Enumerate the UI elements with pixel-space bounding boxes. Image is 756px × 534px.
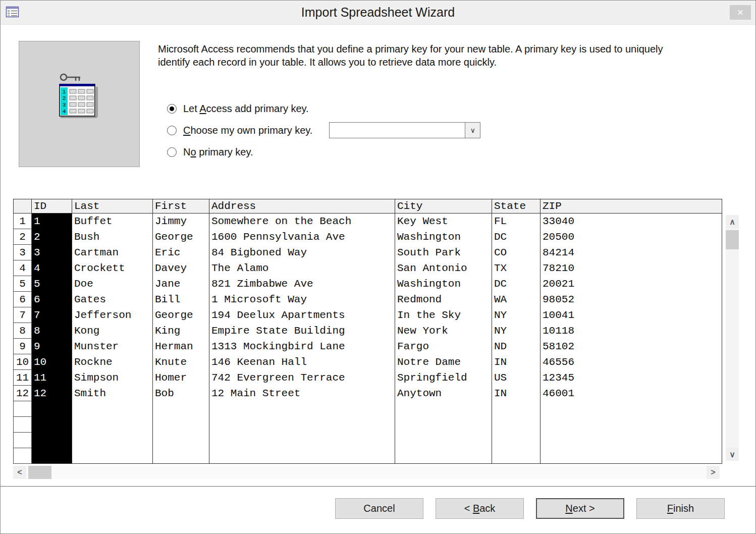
cell-state: TX	[492, 260, 541, 276]
cell-city: In the Sky	[395, 307, 492, 323]
cell-zip: 84214	[541, 245, 722, 260]
cell-last: Gates	[72, 292, 153, 307]
column-header-city[interactable]: City	[395, 199, 492, 213]
column-header-last[interactable]: Last	[72, 199, 153, 213]
cell-id	[32, 433, 72, 448]
cell-state: IN	[492, 354, 541, 370]
close-button[interactable]: ×	[730, 5, 751, 20]
cell-address	[209, 417, 395, 433]
radio-choose-own-key[interactable]	[167, 126, 177, 135]
scroll-left-button[interactable]: <	[13, 466, 26, 479]
svg-text:1: 1	[63, 89, 66, 95]
wizard-description: Microsoft Access recommends that you def…	[158, 42, 673, 69]
column-header-zip[interactable]: ZIP	[541, 199, 722, 213]
cell-address: 742 Evergreen Terrace	[209, 370, 395, 386]
cell-row-number: 11	[14, 370, 32, 386]
footer-separator	[1, 486, 755, 487]
cell-id: 9	[32, 339, 72, 354]
cell-last: Smith	[72, 386, 153, 401]
cell-zip: 20500	[541, 229, 722, 245]
cell-zip: 98052	[541, 292, 722, 307]
close-icon: ×	[737, 6, 744, 19]
cell-zip: 78210	[541, 260, 722, 276]
svg-text:3: 3	[63, 102, 66, 108]
combo-dropdown-button[interactable]: ∨	[465, 123, 480, 138]
option-no-primary-key[interactable]: No primary key.	[167, 144, 480, 160]
cell-address: Somewhere on the Beach	[209, 213, 395, 229]
cell-first: Eric	[153, 245, 209, 260]
option-choose-own-key[interactable]: Choose my own primary key. ∨	[167, 122, 480, 138]
cell-first	[153, 401, 209, 417]
horizontal-scrollbar-thumb[interactable]	[28, 466, 51, 479]
cell-row-number: 12	[14, 386, 32, 401]
cell-last: Doe	[72, 276, 153, 292]
column-header-row-number	[14, 199, 32, 213]
cell-city: Anytown	[395, 386, 492, 401]
table-row: 22BushGeorge1600 Pennsylvania AveWashing…	[14, 229, 722, 245]
vertical-scrollbar[interactable]: ∧ ∨	[726, 215, 739, 461]
vertical-scrollbar-thumb[interactable]	[726, 230, 739, 249]
primary-key-combobox[interactable]: ∨	[329, 122, 480, 138]
cell-city	[395, 417, 492, 433]
cancel-button[interactable]: Cancel	[335, 498, 423, 519]
cell-id	[32, 401, 72, 417]
cell-row-number	[14, 401, 32, 417]
empty-row	[14, 448, 722, 464]
cell-first: Jane	[153, 276, 209, 292]
cell-city: San Antonio	[395, 260, 492, 276]
cell-state	[492, 433, 541, 448]
back-button[interactable]: < Back	[436, 498, 524, 519]
cell-zip	[541, 401, 722, 417]
next-button[interactable]: Next >	[536, 498, 624, 519]
option-let-access-add-key[interactable]: Let Access add primary key.	[167, 100, 480, 117]
cell-city: Redmond	[395, 292, 492, 307]
column-header-address[interactable]: Address	[209, 199, 395, 213]
scroll-down-button[interactable]: ∨	[726, 448, 739, 461]
empty-row	[14, 433, 722, 448]
cell-address: The Alamo	[209, 260, 395, 276]
radio-no-primary-key[interactable]	[167, 147, 177, 157]
cell-row-number	[14, 448, 32, 464]
cell-zip	[541, 448, 722, 464]
scroll-right-button[interactable]: >	[707, 466, 720, 479]
cell-first: Bob	[153, 386, 209, 401]
cell-first: George	[153, 229, 209, 245]
cell-state	[492, 417, 541, 433]
cell-row-number	[14, 433, 32, 448]
column-header-id[interactable]: ID	[32, 199, 72, 213]
cell-state: FL	[492, 213, 541, 229]
cell-id: 1	[32, 213, 72, 229]
cell-last: Jefferson	[72, 307, 153, 323]
cell-zip: 12345	[541, 370, 722, 386]
scroll-up-button[interactable]: ∧	[726, 215, 739, 228]
key-icon	[61, 74, 80, 81]
table-row: 99MunsterHerman1313 Mockingbird LaneFarg…	[14, 339, 722, 354]
chevron-up-icon: ∧	[729, 217, 735, 227]
cell-id: 6	[32, 292, 72, 307]
table-row: 77JeffersonGeorge194 Deelux ApartmentsIn…	[14, 307, 722, 323]
cell-row-number: 4	[14, 260, 32, 276]
cell-state: WA	[492, 292, 541, 307]
cell-state: CO	[492, 245, 541, 260]
horizontal-scrollbar[interactable]: < >	[13, 466, 720, 479]
primary-key-combo-input[interactable]	[330, 123, 465, 138]
table-row: 66GatesBill1 Microsoft WayRedmondWA98052	[14, 292, 722, 307]
cell-zip	[541, 433, 722, 448]
cell-row-number: 3	[14, 245, 32, 260]
column-header-first[interactable]: First	[153, 199, 209, 213]
cell-state	[492, 448, 541, 464]
empty-row	[14, 401, 722, 417]
option-label: Let Access add primary key.	[183, 103, 309, 115]
cell-state: ND	[492, 339, 541, 354]
column-header-state[interactable]: State	[492, 199, 541, 213]
radio-let-access-add-key[interactable]	[167, 104, 177, 114]
table-row: 1111SimpsonHomer742 Evergreen TerraceSpr…	[14, 370, 722, 386]
data-preview-grid: IDLastFirstAddressCityStateZIP 11BuffetJ…	[13, 199, 722, 464]
cell-row-number: 8	[14, 323, 32, 339]
chevron-right-icon: >	[711, 468, 715, 477]
finish-button[interactable]: Finish	[636, 498, 725, 519]
table-row: 88KongKingEmpire State BuildingNew YorkN…	[14, 323, 722, 339]
cell-city: Springfield	[395, 370, 492, 386]
cell-state: US	[492, 370, 541, 386]
cell-city: Fargo	[395, 339, 492, 354]
